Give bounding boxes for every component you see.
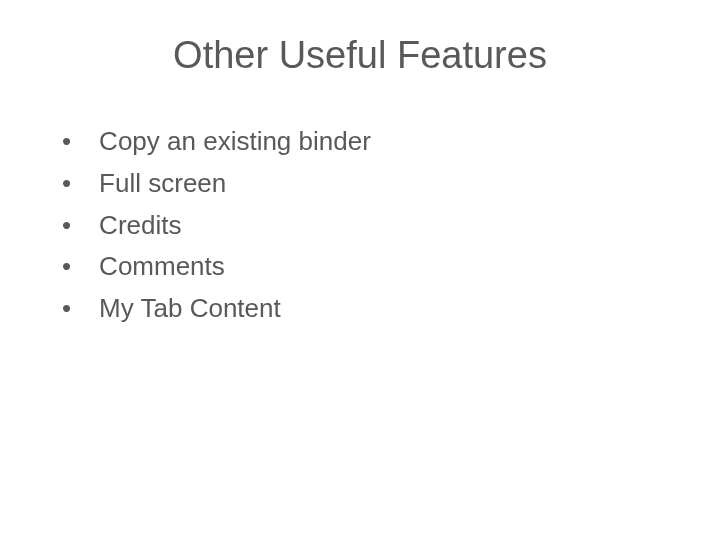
slide-container: Other Useful Features • Copy an existing…: [0, 0, 720, 540]
list-item: • Credits: [62, 209, 672, 243]
slide-title: Other Useful Features: [48, 34, 672, 77]
bullet-list: • Copy an existing binder • Full screen …: [48, 125, 672, 326]
bullet-text: Copy an existing binder: [99, 125, 371, 159]
bullet-icon: •: [62, 167, 71, 201]
list-item: • Copy an existing binder: [62, 125, 672, 159]
bullet-text: Comments: [99, 250, 225, 284]
bullet-text: My Tab Content: [99, 292, 281, 326]
bullet-icon: •: [62, 209, 71, 243]
bullet-icon: •: [62, 292, 71, 326]
bullet-text: Credits: [99, 209, 181, 243]
bullet-icon: •: [62, 125, 71, 159]
bullet-text: Full screen: [99, 167, 226, 201]
list-item: • Full screen: [62, 167, 672, 201]
list-item: • Comments: [62, 250, 672, 284]
bullet-icon: •: [62, 250, 71, 284]
list-item: • My Tab Content: [62, 292, 672, 326]
